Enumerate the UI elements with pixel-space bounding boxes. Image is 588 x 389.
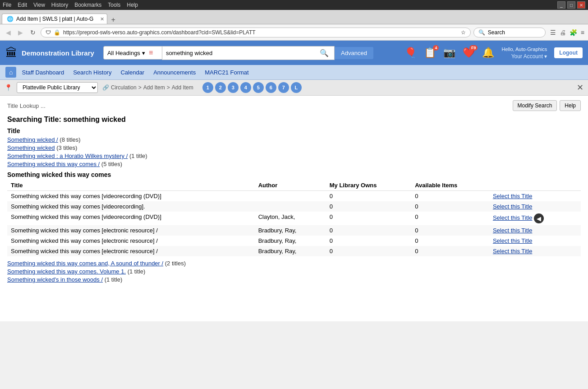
menu-icon[interactable]: ≡ bbox=[581, 29, 584, 36]
close-button[interactable]: ✕ bbox=[577, 1, 585, 9]
step-1[interactable]: 1 bbox=[202, 82, 213, 93]
step-6[interactable]: 6 bbox=[266, 82, 276, 93]
bottom-count-1: (1 title) bbox=[126, 268, 145, 275]
extensions-icon[interactable]: 🧩 bbox=[570, 29, 577, 36]
camera-icon[interactable]: 📷 bbox=[443, 47, 455, 58]
advanced-button[interactable]: Advanced bbox=[335, 46, 374, 60]
balloon-icon[interactable]: 🎈 bbox=[404, 47, 417, 59]
select-title-link-2[interactable]: Select this Title bbox=[493, 214, 532, 221]
result-link-2[interactable]: Something wicked : a Horatio Wilkes myst… bbox=[7, 153, 128, 159]
chevron-down-icon: ▾ bbox=[142, 50, 145, 56]
step-4[interactable]: 4 bbox=[240, 82, 251, 93]
step-7[interactable]: 7 bbox=[278, 82, 289, 93]
back-button[interactable]: ◀ bbox=[4, 28, 13, 37]
star-icon[interactable]: ☆ bbox=[461, 29, 466, 36]
logout-button[interactable]: Logout bbox=[554, 47, 583, 58]
list-item: Something wicked this way comes and, A s… bbox=[7, 260, 581, 267]
cell-owns-0: 0 bbox=[326, 191, 411, 202]
title-lookup-label: Title Lookup ... bbox=[7, 102, 46, 109]
menu-bookmarks[interactable]: Bookmarks bbox=[74, 2, 101, 8]
cell-author-4: Bradbury, Ray, bbox=[255, 236, 326, 246]
bell-icon[interactable]: 🔔 bbox=[482, 47, 494, 59]
col-title: Title bbox=[7, 180, 255, 191]
maximize-button[interactable]: □ bbox=[567, 1, 575, 9]
results-table-wrapper: Title Author My Library Owns Available I… bbox=[7, 180, 581, 256]
forward-button[interactable]: ▶ bbox=[16, 28, 25, 37]
app-title: Demonstration Library bbox=[22, 49, 94, 57]
your-account-link[interactable]: Your Account ▾ bbox=[501, 53, 547, 60]
menu-edit[interactable]: Edit bbox=[18, 2, 27, 8]
step-5[interactable]: 5 bbox=[253, 82, 264, 93]
list-item: Something wicked this way comes. Volume … bbox=[7, 268, 581, 275]
active-tab[interactable]: 🌐 Add Item | SWLS | platt | Auto-G ✕ bbox=[2, 14, 107, 24]
heading-select[interactable]: All Headings ▾ ≡ bbox=[103, 46, 162, 60]
list-item: Something wicked this way comes / (5 tit… bbox=[7, 161, 581, 167]
app-header: 🏛 Demonstration Library All Headings ▾ ≡… bbox=[0, 41, 588, 65]
cell-author-1 bbox=[255, 201, 326, 212]
menu-tools[interactable]: Tools bbox=[108, 2, 120, 8]
result-count-3: (5 titles) bbox=[101, 161, 122, 167]
tab-icon: 🌐 bbox=[7, 16, 14, 22]
cell-available-2: 0 bbox=[411, 212, 489, 225]
table-row: Something wicked this way comes [videore… bbox=[7, 212, 581, 225]
bottom-link-0[interactable]: Something wicked this way comes and, A s… bbox=[7, 260, 163, 267]
header-icons: 🎈 📋 4 📷 ❤️ F9 🔔 Hello, Auto-Graphics You… bbox=[404, 46, 583, 59]
bottom-link-2[interactable]: Something wicked's in those woods / bbox=[7, 276, 103, 283]
url-bar[interactable]: 🛡 🔒 https://preprod-swls-verso.auto-grap… bbox=[41, 28, 471, 37]
list-item: Something wicked : a Horatio Wilkes myst… bbox=[7, 153, 581, 159]
home-button[interactable]: ⌂ bbox=[5, 67, 16, 78]
select-title-link-5[interactable]: Select this Title bbox=[493, 248, 532, 255]
nav-announcements[interactable]: Announcements bbox=[150, 67, 199, 78]
nav-search-history[interactable]: Search History bbox=[69, 67, 115, 78]
menu-file[interactable]: File bbox=[3, 2, 11, 8]
top-results-list: Something wicked / (8 titles) Something … bbox=[7, 136, 581, 167]
search-input[interactable] bbox=[166, 50, 318, 56]
nav-calendar[interactable]: Calendar bbox=[117, 67, 148, 78]
cell-owns-2: 0 bbox=[326, 212, 411, 225]
menu-help[interactable]: Help bbox=[127, 2, 138, 8]
step-2[interactable]: 2 bbox=[215, 82, 226, 93]
breadcrumb-circulation[interactable]: Circulation bbox=[111, 84, 137, 91]
step-3[interactable]: 3 bbox=[228, 82, 239, 93]
nav-marc21-format[interactable]: MARC21 Format bbox=[201, 67, 253, 78]
refresh-button[interactable]: ↻ bbox=[28, 28, 38, 37]
select-title-link-3[interactable]: Select this Title bbox=[493, 227, 532, 234]
help-button[interactable]: Help bbox=[560, 100, 581, 111]
tab-close-icon[interactable]: ✕ bbox=[100, 16, 104, 22]
result-link-0[interactable]: Something wicked / bbox=[7, 136, 58, 143]
location-bar-close-button[interactable]: ✕ bbox=[577, 83, 583, 93]
result-link-1[interactable]: Something wicked bbox=[7, 144, 55, 151]
browser-search-label: Search bbox=[488, 29, 505, 36]
menu-view[interactable]: View bbox=[33, 2, 45, 8]
url-text: https://preprod-swls-verso.auto-graphics… bbox=[63, 29, 458, 36]
select-title-link-1[interactable]: Select this Title bbox=[493, 203, 532, 210]
breadcrumb-add-item-1[interactable]: Add Item bbox=[143, 84, 165, 91]
select-title-link-4[interactable]: Select this Title bbox=[493, 237, 532, 244]
list-item: Something wicked / (8 titles) bbox=[7, 136, 581, 143]
location-select[interactable]: Platteville Public Library bbox=[17, 82, 98, 93]
cell-owns-3: 0 bbox=[326, 225, 411, 236]
minimize-button[interactable]: _ bbox=[557, 1, 565, 9]
user-info: Hello, Auto-Graphics Your Account ▾ bbox=[501, 46, 547, 59]
select-title-link-0[interactable]: Select this Title bbox=[493, 193, 532, 199]
nav-staff-dashboard[interactable]: Staff Dashboard bbox=[18, 67, 68, 78]
search-input-wrapper: 🔍 bbox=[162, 46, 335, 60]
bookmarks-icon[interactable]: ☰ bbox=[550, 29, 556, 36]
browser-search-box[interactable]: 🔍 Search bbox=[473, 28, 546, 37]
arrow-indicator-icon: ◀ bbox=[534, 213, 544, 223]
cell-title-0: Something wicked this way comes [videore… bbox=[7, 191, 255, 202]
breadcrumb-add-item-2[interactable]: Add Item bbox=[172, 84, 193, 91]
cell-title-2: Something wicked this way comes [videore… bbox=[7, 212, 255, 225]
col-author: Author bbox=[255, 180, 326, 191]
cell-action-0: Select this Title bbox=[489, 191, 581, 202]
shield-icon: 🛡 bbox=[46, 29, 51, 36]
result-link-3[interactable]: Something wicked this way comes / bbox=[7, 161, 100, 167]
breadcrumb: 🔗 Circulation > Add Item > Add Item bbox=[102, 84, 193, 91]
print-icon[interactable]: 🖨 bbox=[560, 29, 566, 36]
new-tab-button[interactable]: + bbox=[107, 16, 119, 24]
bottom-link-1[interactable]: Something wicked this way comes. Volume … bbox=[7, 268, 126, 275]
search-submit-button[interactable]: 🔍 bbox=[318, 49, 331, 57]
step-L[interactable]: L bbox=[291, 82, 302, 93]
menu-history[interactable]: History bbox=[51, 2, 68, 8]
modify-search-button[interactable]: Modify Search bbox=[513, 100, 557, 111]
